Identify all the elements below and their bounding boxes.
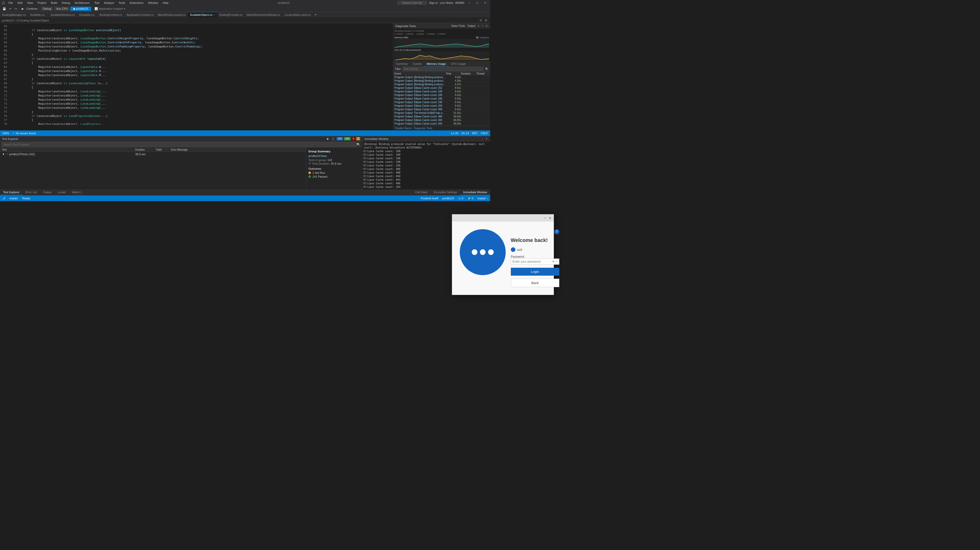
output-btn[interactable]: Output bbox=[467, 24, 476, 27]
toolbar-save[interactable]: 💾 bbox=[1, 6, 8, 11]
new-tab-button[interactable]: + bbox=[313, 12, 318, 17]
cpu-selector[interactable]: Any CPU bbox=[54, 6, 70, 11]
menu-edit[interactable]: Edit bbox=[16, 1, 24, 5]
test-search-input[interactable] bbox=[2, 142, 356, 147]
menu-analyze[interactable]: Analyze bbox=[102, 1, 116, 5]
event-row[interactable]: Program Output: [Binding] Binding produc… bbox=[393, 83, 490, 86]
events-table: Event Time Duration Thread Program Outpu… bbox=[393, 72, 490, 126]
breadcrumb-tab-icon[interactable]: ⊞ bbox=[484, 19, 488, 22]
te-run-btn[interactable]: ▶ bbox=[326, 137, 330, 140]
maximize-button[interactable]: □ bbox=[474, 0, 480, 5]
menu-tools[interactable]: Tools bbox=[117, 1, 127, 5]
tab-output[interactable]: Output bbox=[40, 190, 55, 195]
login-modal: − × ? Welcome back! bbox=[452, 214, 490, 275]
event-row[interactable]: Program Output: The thread 0x3b00 has ex… bbox=[393, 111, 490, 115]
snapshot-btn[interactable]: 📷 Snapshot bbox=[476, 36, 489, 39]
event-row[interactable]: Program Output: Ellipse Cache count: 493… bbox=[393, 122, 490, 126]
tab-locals[interactable]: Locals bbox=[55, 190, 69, 195]
event-row[interactable]: Program Output: Ellipse Cache count: 188… bbox=[393, 97, 490, 100]
te-stop-btn[interactable]: ⬛ bbox=[331, 137, 336, 140]
filter-search-icon[interactable]: 🔍 bbox=[485, 67, 489, 71]
event-row[interactable]: Program Output: Ellipse Cache count: 189… bbox=[393, 90, 490, 94]
debug-config-selector[interactable]: Debug bbox=[41, 6, 53, 11]
diagnostic-tools-link[interactable]: Diagnostic Tools bbox=[414, 127, 433, 130]
event-text: Program Output: Ellipse Cache count: 250 bbox=[395, 104, 446, 107]
tab-scalablewindow[interactable]: ScalableWindow.cs bbox=[48, 12, 77, 17]
tab-scalableobject[interactable]: ScalableObject.cs× bbox=[188, 12, 217, 17]
immediate-content[interactable]: [Binding] Binding produced invalid value… bbox=[363, 141, 490, 189]
menu-debug[interactable]: Debug bbox=[60, 1, 72, 5]
tab-immediate-window[interactable]: Immediate Window bbox=[460, 190, 490, 195]
tab-mainwindow[interactable]: MainWindow.axaml.cs bbox=[156, 12, 188, 17]
tab-applicationcontext[interactable]: ApplicationContext.cs bbox=[124, 12, 156, 17]
status-bar: ⎇ master Ready Frederik-hoeft pmdbs2X ⚠ … bbox=[0, 196, 490, 201]
zoom-out-btn[interactable]: − bbox=[481, 24, 484, 27]
event-row[interactable]: Program Output: [Binding] Binding produc… bbox=[393, 79, 490, 83]
iw-close-btn[interactable]: × bbox=[485, 137, 488, 140]
panel-close-btn[interactable]: × bbox=[485, 24, 488, 27]
event-row[interactable]: Program Output: Ellipse Cache count: 488… bbox=[393, 108, 490, 111]
search-box[interactable]: Search (Ctrl+Q) bbox=[397, 1, 427, 5]
live-share-link[interactable]: Live Share bbox=[440, 1, 453, 4]
tab-scalingmanager[interactable]: ScalingManager.cs bbox=[0, 12, 28, 17]
tab-iscalable[interactable]: IScalable.cs bbox=[77, 12, 97, 17]
code-text[interactable]: if (avaloniaObject is LunaImageButton av… bbox=[9, 23, 393, 125]
tab-watch1[interactable]: Watch 1 bbox=[69, 190, 85, 195]
menu-build[interactable]: Build bbox=[49, 1, 59, 5]
event-duration bbox=[461, 122, 476, 125]
tab-events[interactable]: Events bbox=[410, 62, 424, 66]
iw-minimize-btn[interactable]: − bbox=[481, 137, 484, 140]
sign-in-link[interactable]: Sign in bbox=[429, 1, 438, 4]
tab-test-explorer[interactable]: Test Explorer bbox=[0, 190, 22, 195]
breadcrumb-split-icon[interactable]: ⊟ bbox=[479, 19, 483, 22]
menu-view[interactable]: View bbox=[25, 1, 35, 5]
tab-cpu-usage[interactable]: CPU Usage bbox=[448, 62, 468, 66]
tab-call-stack[interactable]: Call Stack bbox=[412, 190, 431, 195]
tab-error-list[interactable]: Error List bbox=[22, 190, 40, 195]
select-tools-btn[interactable]: Select Tools bbox=[450, 24, 466, 27]
start-button[interactable]: ▶ pmdbs2X bbox=[70, 6, 91, 11]
project-name: pmdbs2XTests bbox=[309, 154, 360, 157]
menu-help[interactable]: Help bbox=[161, 1, 170, 5]
tab-scalable[interactable]: Scalable.cs bbox=[28, 12, 48, 17]
test-search-btn[interactable]: 🔍 bbox=[356, 143, 361, 146]
toolbar-undo[interactable]: ↩ bbox=[8, 6, 13, 11]
event-row[interactable]: Program Output: [Binding] Binding produc… bbox=[393, 76, 490, 79]
imm-line: Ellipse Cache count: 254 bbox=[364, 185, 489, 189]
event-row[interactable]: Program Output: Ellipse Cache count: 252… bbox=[393, 86, 490, 90]
menu-window[interactable]: Window bbox=[146, 1, 160, 5]
event-row[interactable]: Program Output: Ellipse Cache count: 494… bbox=[393, 118, 490, 122]
app-insights-btn[interactable]: 📊 Application Insights ▾ bbox=[93, 7, 127, 11]
zoom-in-btn[interactable]: + bbox=[477, 24, 480, 27]
menu-architecture[interactable]: Architecture bbox=[73, 1, 92, 5]
parallel-stacks-link[interactable]: Parallel Stacks bbox=[395, 127, 412, 130]
event-row[interactable]: Program Output: Ellipse Cache count: 189… bbox=[393, 94, 490, 97]
tab-exception-settings[interactable]: Exception Settings bbox=[431, 190, 460, 195]
event-row[interactable]: Program Output: Ellipse Cache count: 488… bbox=[393, 115, 490, 118]
menu-project[interactable]: Project bbox=[35, 1, 48, 5]
event-row[interactable]: Program Output: Ellipse Cache count: 250… bbox=[393, 104, 490, 108]
close-button[interactable]: × bbox=[482, 0, 488, 5]
filter-dropdown-btn[interactable]: Filter bbox=[395, 67, 401, 71]
filter-events-input[interactable] bbox=[402, 67, 484, 71]
event-thread bbox=[476, 108, 489, 111]
tab-close-icon[interactable]: × bbox=[213, 14, 215, 16]
event-duration bbox=[461, 76, 476, 79]
test-content: Test Duration Traits Error Message ▼ ✔ p… bbox=[0, 148, 362, 190]
immediate-window-header: Immediate Window − × bbox=[363, 136, 490, 141]
minimize-button[interactable]: − bbox=[466, 0, 472, 5]
tab-bindingcontext[interactable]: BindingContext.cs bbox=[97, 12, 124, 17]
test-row-pmdbstests[interactable]: ▼ ✔ pmdbs2XTests (142) 35.8 sec bbox=[0, 152, 306, 156]
menu-file[interactable]: File bbox=[6, 1, 15, 5]
tab-scalingprovider[interactable]: ScalingProvider.cs bbox=[217, 12, 245, 17]
event-row[interactable]: Program Output: Ellipse Cache count: 190… bbox=[393, 100, 490, 104]
tab-lunalistitem[interactable]: LunaListItem.xaml.cs bbox=[282, 12, 313, 17]
tab-mainwindowviewmodel[interactable]: MainWindowViewModel.cs bbox=[245, 12, 282, 17]
menu-test[interactable]: Test bbox=[92, 1, 101, 5]
tab-summary[interactable]: Summary bbox=[393, 62, 410, 66]
toolbar-debug-continue[interactable]: ▶ bbox=[20, 6, 25, 11]
timeline-area: Showing session 1.9 minutes 1.10min 1.20… bbox=[393, 29, 490, 62]
toolbar-redo[interactable]: ↪ bbox=[13, 6, 18, 11]
menu-extensions[interactable]: Extensions bbox=[128, 1, 145, 5]
tab-memory-usage[interactable]: Memory Usage bbox=[424, 62, 449, 66]
